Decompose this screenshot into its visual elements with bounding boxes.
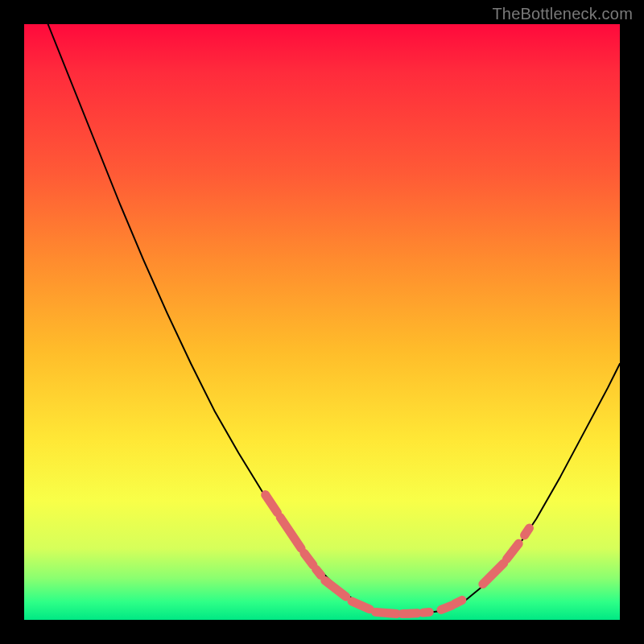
highlight-segment <box>402 613 418 614</box>
highlight-segment <box>376 612 397 613</box>
bottleneck-curve-path <box>48 24 620 614</box>
highlight-segment <box>455 601 462 604</box>
watermark-text: TheBottleneck.com <box>492 5 633 23</box>
highlight-markers <box>266 495 530 614</box>
highlight-segment <box>525 528 530 535</box>
highlight-segment <box>325 580 346 597</box>
highlight-segment <box>506 543 518 559</box>
highlight-segment <box>352 601 369 609</box>
bottleneck-curve <box>48 24 620 614</box>
highlight-segment <box>316 569 321 575</box>
chart-frame: TheBottleneck.com <box>0 0 644 644</box>
highlight-segment <box>304 553 313 565</box>
highlight-segment <box>483 564 504 584</box>
plot-area <box>24 24 620 620</box>
highlight-segment <box>266 495 278 513</box>
highlight-segment <box>441 605 452 609</box>
curve-svg <box>24 24 620 620</box>
highlight-segment <box>280 518 301 548</box>
highlight-segment <box>423 612 429 613</box>
